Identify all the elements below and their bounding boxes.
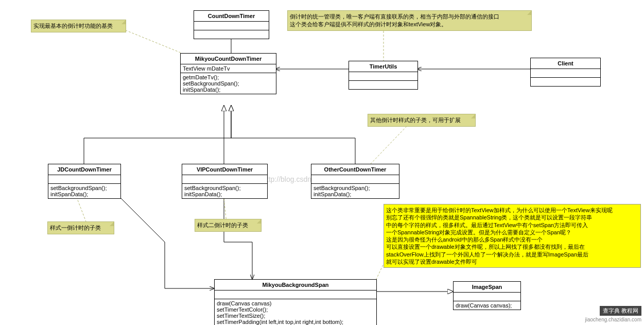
connectors xyxy=(0,0,644,325)
note-style2: 样式二倒计时的子类 xyxy=(195,219,262,232)
class-client: Client xyxy=(530,58,601,87)
class-imagespan: ImageSpan draw(Canvas canvas); xyxy=(453,281,521,310)
note-style1: 样式一倒计时的子类 xyxy=(47,221,114,234)
class-timerutils: TimerUtils xyxy=(349,61,418,90)
badge: 查字典 教程网 xyxy=(600,306,641,316)
note-timerutils: 倒计时的统一管理类，唯一客户端有直接联系的类，相当于内部与外部的通信的接口 这个… xyxy=(287,10,532,31)
class-vipcountdowntimer: VIPCountDownTimer setBackgroundSpan(); i… xyxy=(182,164,268,199)
svg-line-7 xyxy=(371,124,409,164)
watermark: jiaocheng.chazidian.com xyxy=(585,317,641,322)
class-countdowntimer: CountDownTimer xyxy=(194,10,269,39)
svg-line-5 xyxy=(122,29,190,57)
class-mikyoucountdowntimer: MikyouCountDownTimer TextView mDateTv ge… xyxy=(180,53,276,94)
class-mikyoubackgroundspan: MikyouBackgroundSpan draw(Canvas canvas)… xyxy=(214,279,377,325)
note-important: 这个类非常重要是用于给倒计时的TextView加样式，为什么可以使用一个Text… xyxy=(384,204,641,268)
class-jdcountdowntimer: JDCountDownTimer setBackgroundSpan(); in… xyxy=(48,164,121,199)
class-othercountdowntimer: OtherCountDownTimer setBackgroundSpan();… xyxy=(311,164,399,199)
note-base: 实现最基本的倒计时功能的基类 xyxy=(31,20,126,32)
note-other: 其他倒计时样式的子类，可用于扩展 xyxy=(368,114,476,127)
